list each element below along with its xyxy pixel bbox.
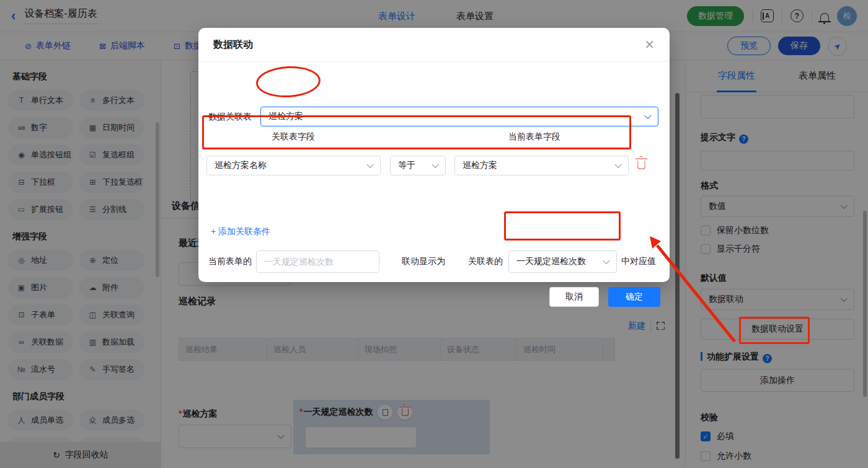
condition-operator-select[interactable]: 等于 [390, 156, 446, 175]
chevron-down-icon [614, 161, 621, 168]
current-form-prefix-label: 当前表单的 [208, 256, 252, 267]
app-window: ‹ 设备档案-履历表 表单设计 表单设置 数据管理 A ? 检 ⊘ 表单外链 ⊠… [0, 0, 868, 468]
dialog-header: 数据联动 ✕ [198, 28, 670, 62]
data-linkage-dialog: 数据联动 ✕ 数据关联表 巡检方案 关联表字段 当前表单字段 巡检方案名称 等于… [198, 28, 670, 282]
display-field-input[interactable] [256, 250, 379, 273]
linkage-source-field-value: 一天规定巡检次数 [516, 256, 586, 267]
relation-table-select[interactable]: 巡检方案 [260, 107, 658, 126]
relation-table-value: 巡检方案 [268, 111, 303, 122]
corresponding-value-suffix: 中对应值 [621, 256, 656, 267]
dialog-body: 数据关联表 巡检方案 关联表字段 当前表单字段 巡检方案名称 等于 巡检方案 +… [198, 62, 670, 282]
confirm-button[interactable]: 确定 [608, 287, 660, 307]
chevron-down-icon [603, 257, 609, 264]
current-form-field-column-header: 当前表单字段 [508, 131, 560, 143]
delete-condition-icon[interactable] [637, 161, 645, 169]
chevron-down-icon [366, 161, 373, 168]
condition-form-field-value: 巡检方案 [463, 160, 497, 171]
condition-field-value: 巡检方案名称 [215, 160, 267, 171]
close-icon[interactable]: ✕ [644, 38, 655, 51]
linkage-source-field-select[interactable]: 一天规定巡检次数 [508, 250, 617, 273]
cancel-button[interactable]: 取消 [549, 287, 599, 307]
relation-table-label: 数据关联表 [208, 112, 252, 123]
chevron-down-icon [644, 112, 651, 119]
condition-form-field-select[interactable]: 巡检方案 [454, 156, 629, 175]
condition-field-select[interactable]: 巡检方案名称 [206, 156, 381, 175]
condition-operator-value: 等于 [398, 160, 415, 171]
relation-table-prefix-label: 关联表的 [468, 256, 503, 267]
chevron-down-icon [432, 161, 438, 168]
dialog-title: 数据联动 [213, 38, 253, 51]
relation-field-column-header: 关联表字段 [272, 131, 315, 143]
add-condition-link[interactable]: + 添加关联条件 [211, 226, 270, 237]
linkage-display-label: 联动显示为 [402, 256, 445, 267]
